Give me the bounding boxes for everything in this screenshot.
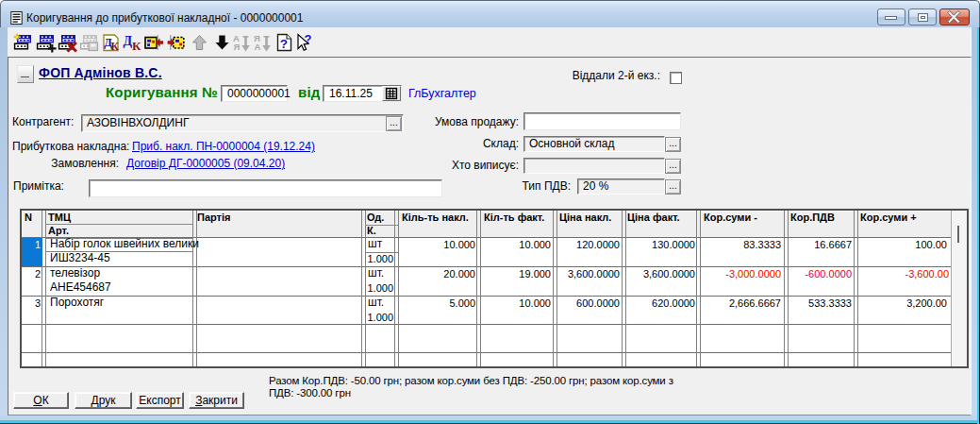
svg-text:Д: Д — [124, 34, 133, 48]
svg-text:Я: Я — [234, 42, 241, 52]
svg-text:А: А — [255, 42, 261, 52]
svg-text:?: ? — [280, 37, 288, 51]
svg-text:К: К — [111, 41, 120, 52]
svg-text:К: К — [132, 39, 141, 53]
